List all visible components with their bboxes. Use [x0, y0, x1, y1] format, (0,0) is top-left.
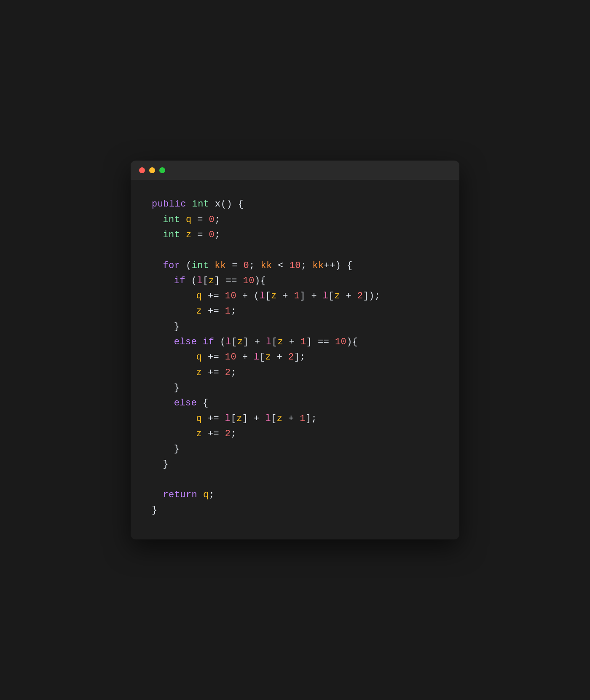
- code-line-15: q += l[z] + l[z + 1];: [152, 411, 438, 426]
- code-line-17: }: [152, 442, 438, 457]
- titlebar: [131, 161, 459, 180]
- code-line-9: }: [152, 319, 438, 335]
- close-button[interactable]: [139, 167, 145, 173]
- maximize-button[interactable]: [159, 167, 165, 173]
- code-line-8: z += 1;: [152, 304, 438, 319]
- code-line-18: }: [152, 457, 438, 472]
- code-line-1: public int x() {: [152, 197, 438, 212]
- code-line-5: for (int kk = 0; kk < 10; kk++) {: [152, 258, 438, 274]
- code-line-20: return q;: [152, 488, 438, 503]
- code-line-2: int q = 0;: [152, 212, 438, 228]
- code-line-blank1: [152, 243, 438, 258]
- code-line-7: q += 10 + (l[z + 1] + l[z + 2]);: [152, 289, 438, 304]
- minimize-button[interactable]: [149, 167, 155, 173]
- code-line-13: }: [152, 381, 438, 396]
- code-line-12: z += 2;: [152, 365, 438, 381]
- code-line-21: }: [152, 503, 438, 518]
- code-line-14: else {: [152, 396, 438, 411]
- code-editor: public int x() { int q = 0; int z = 0; f…: [131, 180, 459, 539]
- code-line-blank2: [152, 472, 438, 488]
- code-line-6: if (l[z] == 10){: [152, 274, 438, 289]
- code-window: public int x() { int q = 0; int z = 0; f…: [131, 161, 459, 539]
- code-line-16: z += 2;: [152, 426, 438, 442]
- code-line-10: else if (l[z] + l[z + 1] == 10){: [152, 335, 438, 350]
- code-line-11: q += 10 + l[z + 2];: [152, 350, 438, 365]
- code-line-3: int z = 0;: [152, 228, 438, 243]
